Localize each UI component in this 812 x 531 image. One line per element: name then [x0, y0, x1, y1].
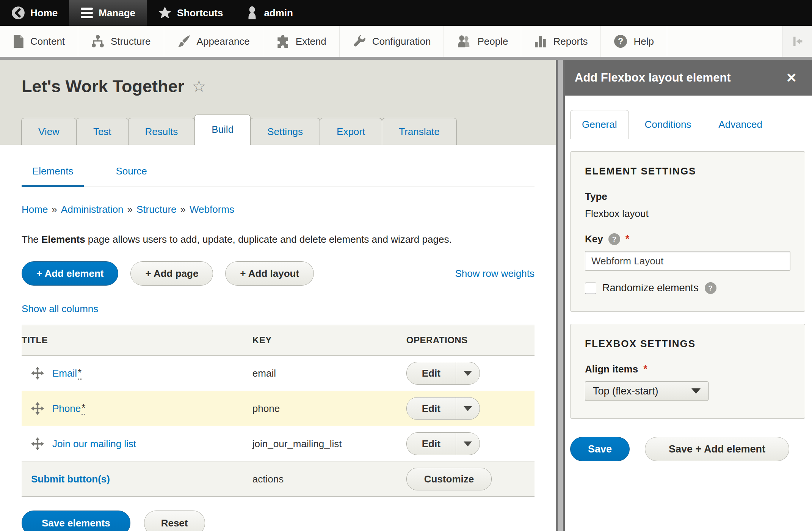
menu-item-content[interactable]: Content [0, 26, 78, 57]
page-title: Let's Work Together [22, 77, 184, 96]
select-caret-icon [691, 388, 701, 394]
align-items-select[interactable]: Top (flex-start) [585, 381, 709, 401]
element-link[interactable]: Email [52, 368, 77, 379]
edit-button[interactable]: Edit [407, 397, 456, 419]
user-icon [246, 6, 259, 20]
drag-handle-icon[interactable] [31, 367, 44, 380]
drag-handle-icon[interactable] [31, 437, 44, 450]
favorite-star-icon[interactable]: ☆ [192, 79, 206, 94]
add-page-button[interactable]: + Add page [130, 261, 213, 286]
menu-item-label: People [477, 36, 508, 47]
menu-item-extend[interactable]: Extend [263, 26, 340, 57]
drag-handle-icon[interactable] [31, 402, 44, 415]
operations-dropdown-toggle[interactable] [456, 362, 480, 384]
puzzle-icon [276, 35, 290, 48]
page-description: The Elements page allows users to add, u… [22, 234, 535, 245]
back-arrow-icon [11, 6, 25, 20]
breadcrumb-administration[interactable]: Administration [61, 204, 124, 215]
tab-advanced[interactable]: Advanced [707, 110, 774, 139]
menu-item-label: Help [633, 36, 654, 47]
help-icon: ? [614, 35, 627, 48]
operations-split-button: Edit [406, 397, 480, 420]
randomize-checkbox[interactable] [585, 283, 596, 294]
flexbox-settings-fieldset: FLEXBOX SETTINGS Align items * Top (flex… [570, 324, 805, 419]
manage-label: Manage [99, 7, 135, 19]
table-row-mailing-list: Join our mailing list join_our_mailing_l… [22, 426, 535, 462]
randomize-row: Randomize elements ? [585, 282, 790, 294]
customize-button[interactable]: Customize [406, 468, 492, 490]
element-key: phone [252, 391, 406, 426]
tab-view[interactable]: View [21, 118, 77, 145]
edit-button[interactable]: Edit [407, 362, 456, 384]
primary-tabs: View Test Results Build Settings Export … [22, 115, 457, 145]
menu-item-configuration[interactable]: Configuration [340, 26, 444, 57]
required-indicator: * [78, 367, 82, 380]
tab-build[interactable]: Build [194, 115, 251, 145]
close-icon[interactable]: ✕ [781, 70, 803, 85]
show-row-weights-link[interactable]: Show row weights [455, 268, 535, 280]
tab-settings[interactable]: Settings [250, 118, 320, 145]
element-link[interactable]: Join our mailing list [52, 438, 136, 450]
element-key: join_our_mailing_list [252, 426, 406, 462]
help-icon[interactable]: ? [705, 282, 716, 294]
structure-icon [91, 35, 105, 48]
edit-button[interactable]: Edit [407, 433, 456, 455]
operations-dropdown-toggle[interactable] [456, 433, 480, 455]
shortcuts-button[interactable]: Shortcuts [147, 0, 234, 26]
user-menu-button[interactable]: admin [234, 0, 304, 26]
randomize-label: Randomize elements [602, 282, 699, 294]
dialog-actions: Save Save + Add element [570, 437, 805, 461]
breadcrumb-structure[interactable]: Structure [136, 204, 177, 215]
menu-item-label: Configuration [372, 36, 431, 47]
menu-item-reports[interactable]: Reports [521, 26, 601, 57]
page-header: Let's Work Together ☆ View Test Results … [0, 60, 556, 145]
collapse-left-icon [790, 34, 805, 49]
breadcrumb-home[interactable]: Home [22, 204, 48, 215]
tab-translate[interactable]: Translate [382, 118, 456, 145]
column-header-operations: OPERATIONS [406, 325, 535, 356]
key-label-row: Key ? * [585, 233, 790, 245]
save-add-element-button[interactable]: Save + Add element [645, 437, 789, 461]
required-asterisk: * [625, 233, 630, 245]
element-link[interactable]: Phone [52, 403, 81, 415]
help-icon[interactable]: ? [608, 233, 620, 245]
manage-menu-button[interactable]: Manage [69, 0, 147, 26]
reset-button[interactable]: Reset [144, 511, 205, 531]
tab-test[interactable]: Test [76, 118, 129, 145]
menu-item-people[interactable]: People [444, 26, 521, 57]
tab-conditions[interactable]: Conditions [633, 110, 703, 139]
subtab-source[interactable]: Source [105, 156, 157, 187]
elements-table: TITLE KEY OPERATIONS Email* email [22, 325, 535, 497]
align-items-label-row: Align items * [585, 363, 790, 375]
menu-item-structure[interactable]: Structure [78, 26, 164, 57]
breadcrumb-separator: » [180, 204, 186, 215]
table-header-row: TITLE KEY OPERATIONS [22, 325, 535, 356]
save-button[interactable]: Save [570, 437, 630, 461]
tab-general[interactable]: General [570, 110, 629, 139]
show-all-columns-link[interactable]: Show all columns [22, 303, 98, 315]
toolbar-collapse-button[interactable] [782, 26, 812, 57]
subtab-elements[interactable]: Elements [22, 156, 84, 187]
breadcrumb-webforms[interactable]: Webforms [190, 204, 234, 215]
element-settings-fieldset: ELEMENT SETTINGS Type Flexbox layout Key… [570, 151, 805, 312]
key-input[interactable] [585, 251, 790, 271]
dialog-title: Add Flexbox layout element [575, 71, 731, 85]
operations-dropdown-toggle[interactable] [456, 397, 480, 419]
element-actions-row: + Add element + Add page + Add layout Sh… [22, 261, 535, 286]
table-row-phone: Phone* phone Edit [22, 391, 535, 426]
fieldset-legend: ELEMENT SETTINGS [585, 165, 790, 177]
content-icon [13, 35, 24, 48]
dialog-header: Add Flexbox layout element ✕ [565, 60, 812, 96]
secondary-tabs: Elements Source [22, 156, 535, 187]
menu-item-help[interactable]: ? Help [601, 26, 667, 57]
submit-buttons-link[interactable]: Submit button(s) [31, 473, 110, 485]
menu-item-appearance[interactable]: Appearance [164, 26, 263, 57]
offcanvas-resize-handle[interactable] [556, 60, 565, 531]
add-element-button[interactable]: + Add element [22, 261, 118, 286]
align-items-label: Align items [585, 363, 638, 375]
tab-results[interactable]: Results [128, 118, 195, 145]
add-layout-button[interactable]: + Add layout [225, 261, 314, 286]
back-to-site-button[interactable]: Home [0, 0, 69, 26]
save-elements-button[interactable]: Save elements [22, 511, 130, 531]
tab-export[interactable]: Export [320, 118, 382, 145]
